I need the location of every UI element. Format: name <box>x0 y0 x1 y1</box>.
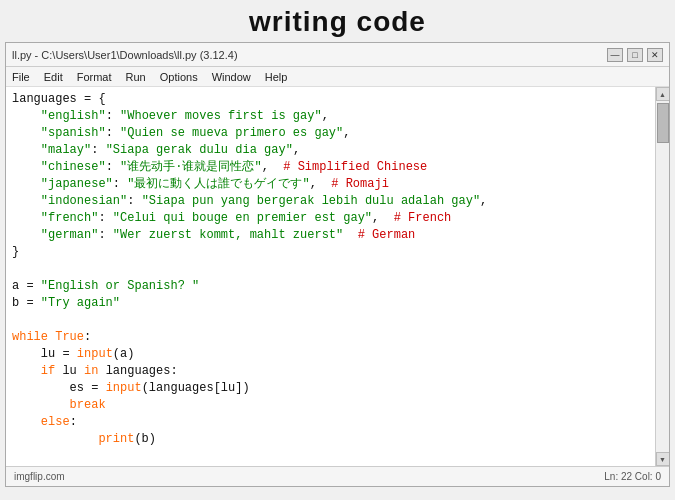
window-controls: — □ ✕ <box>607 48 663 62</box>
minimize-button[interactable]: — <box>607 48 623 62</box>
menu-help[interactable]: Help <box>265 71 288 83</box>
maximize-button[interactable]: □ <box>627 48 643 62</box>
menubar: File Edit Format Run Options Window Help <box>6 67 669 87</box>
code-editor[interactable]: languages = { "english": "Whoever moves … <box>6 87 655 466</box>
menu-run[interactable]: Run <box>126 71 146 83</box>
statusbar-position: Ln: 22 Col: 0 <box>604 471 661 482</box>
scrollbar[interactable]: ▲ ▼ <box>655 87 669 466</box>
statusbar: imgflip.com Ln: 22 Col: 0 <box>6 466 669 486</box>
menu-window[interactable]: Window <box>212 71 251 83</box>
scroll-thumb[interactable] <box>657 103 669 143</box>
close-button[interactable]: ✕ <box>647 48 663 62</box>
scroll-down-button[interactable]: ▼ <box>656 452 670 466</box>
editor-container: languages = { "english": "Whoever moves … <box>6 87 669 466</box>
window-title: ll.py - C:\Users\User1\Downloads\ll.py (… <box>12 49 238 61</box>
editor-window: ll.py - C:\Users\User1\Downloads\ll.py (… <box>5 42 670 487</box>
menu-format[interactable]: Format <box>77 71 112 83</box>
window-titlebar: ll.py - C:\Users\User1\Downloads\ll.py (… <box>6 43 669 67</box>
page-title: writing code <box>0 0 675 42</box>
menu-options[interactable]: Options <box>160 71 198 83</box>
menu-file[interactable]: File <box>12 71 30 83</box>
menu-edit[interactable]: Edit <box>44 71 63 83</box>
scroll-up-button[interactable]: ▲ <box>656 87 670 101</box>
statusbar-source: imgflip.com <box>14 471 65 482</box>
